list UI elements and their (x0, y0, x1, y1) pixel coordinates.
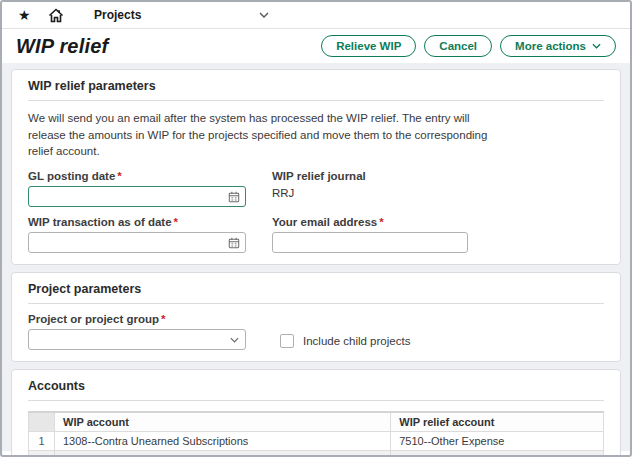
wip-transaction-date-label: WIP transaction as of date* (28, 216, 272, 228)
accounts-table-body: 1 1308--Contra Unearned Subscriptions 75… (29, 432, 604, 457)
email-label: Your email address* (272, 216, 604, 228)
project-parameters-section: Project parameters Project or project gr… (11, 272, 621, 362)
project-group-field: Project or project group* (28, 313, 246, 350)
include-child-projects-group: Include child projects (280, 334, 410, 348)
page-content: WIP relief parameters We will send you a… (2, 63, 630, 451)
required-marker: * (117, 170, 121, 182)
project-group-select[interactable] (28, 329, 246, 350)
page-title: WIP relief (16, 35, 108, 58)
relieve-wip-label: Relieve WIP (336, 40, 401, 52)
chevron-down-icon (230, 337, 239, 343)
email-field: Your email address* (272, 216, 604, 253)
top-nav: ★ Projects (2, 2, 630, 29)
chevron-down-icon (592, 43, 601, 49)
wip-account-cell[interactable]: 1308--Contra Unearned Subscriptions (55, 432, 391, 451)
cancel-button[interactable]: Cancel (424, 35, 492, 57)
title-bar: WIP relief Relieve WIP Cancel More actio… (2, 29, 630, 63)
wip-relief-description: We will send you an email after the syst… (28, 110, 506, 160)
gl-posting-date-field: GL posting date* (28, 170, 272, 207)
project-group-label-text: Project or project group (28, 313, 159, 325)
wip-fields-grid: GL posting date* WIP relief journal RR (28, 170, 604, 253)
home-icon[interactable] (48, 8, 78, 23)
accounts-title: Accounts (28, 379, 604, 401)
wip-relief-account-cell[interactable]: -- (391, 451, 604, 457)
app-menu-projects[interactable]: Projects (94, 8, 141, 22)
cancel-label: Cancel (439, 40, 477, 52)
wip-transaction-date-label-text: WIP transaction as of date (28, 216, 172, 228)
required-marker: * (174, 216, 178, 228)
calendar-icon[interactable] (228, 237, 240, 249)
project-group-label: Project or project group* (28, 313, 246, 325)
gl-posting-date-input[interactable] (28, 186, 246, 207)
accounts-table-header-row: WIP account WIP relief account (29, 412, 604, 432)
accounts-table: WIP account WIP relief account 1 1308--C… (28, 411, 604, 457)
action-buttons: Relieve WIP Cancel More actions (321, 35, 616, 57)
table-row[interactable]: 2 -- -- (29, 451, 604, 457)
gl-posting-date-label-text: GL posting date (28, 170, 115, 182)
wip-relief-journal-value: RRJ (272, 187, 604, 199)
app-menu-chevron-down-icon[interactable] (259, 12, 269, 18)
favorite-star-icon[interactable]: ★ (18, 8, 48, 22)
email-input[interactable] (272, 232, 468, 253)
include-child-projects-label: Include child projects (303, 335, 410, 347)
wip-account-cell[interactable]: -- (55, 451, 391, 457)
row-number: 1 (29, 432, 55, 451)
row-number: 2 (29, 451, 55, 457)
wip-relief-journal-field: WIP relief journal RRJ (272, 170, 604, 207)
required-marker: * (161, 313, 165, 325)
table-row[interactable]: 1 1308--Contra Unearned Subscriptions 75… (29, 432, 604, 451)
wip-relief-account-cell[interactable]: 7510--Other Expense (391, 432, 604, 451)
more-actions-label: More actions (515, 40, 586, 52)
wip-transaction-date-field: WIP transaction as of date* (28, 216, 272, 253)
accounts-section: Accounts WIP account WIP relief account … (11, 369, 621, 457)
gl-posting-date-label: GL posting date* (28, 170, 272, 182)
required-marker: * (379, 216, 383, 228)
row-number-header (29, 412, 55, 432)
more-actions-button[interactable]: More actions (500, 35, 616, 57)
wip-transaction-date-input[interactable] (28, 232, 246, 253)
wip-account-header: WIP account (55, 412, 391, 432)
include-child-projects-checkbox[interactable] (280, 334, 294, 348)
wip-relief-journal-label: WIP relief journal (272, 170, 604, 182)
wip-relief-account-header: WIP relief account (391, 412, 604, 432)
wip-relief-parameters-section: WIP relief parameters We will send you a… (11, 69, 621, 265)
email-label-text: Your email address (272, 216, 377, 228)
wip-relief-parameters-title: WIP relief parameters (28, 79, 604, 101)
calendar-icon[interactable] (228, 191, 240, 203)
relieve-wip-button[interactable]: Relieve WIP (321, 35, 416, 57)
project-parameters-title: Project parameters (28, 282, 604, 304)
